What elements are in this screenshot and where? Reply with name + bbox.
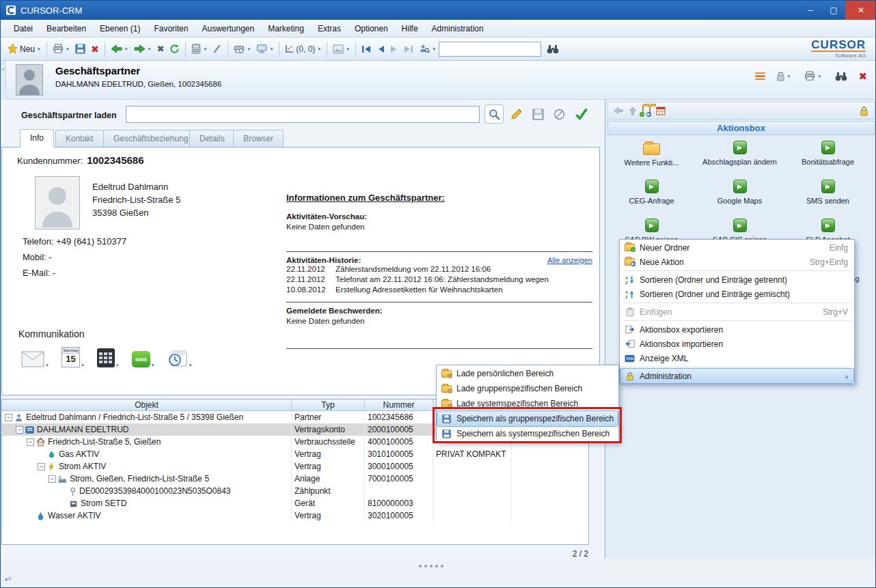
find-button[interactable] — [544, 42, 562, 56]
previous-record-button[interactable] — [374, 43, 387, 55]
calendar-action[interactable]: Samstag 15 ▼ — [61, 347, 85, 367]
tab-geschaeftsbeziehung[interactable]: Geschäftsbeziehung — [103, 130, 198, 147]
aktionsbox-list-button[interactable] — [656, 107, 666, 115]
menu-item-anzeige-xml[interactable]: XML Anzeige XML — [620, 351, 853, 365]
delete-button[interactable]: ✖ — [88, 42, 102, 57]
table-row-strom-vertrag[interactable]: − Strom AKTIV Vertrag 3000100005 — [2, 460, 588, 473]
column-nummer[interactable]: Nummer — [365, 400, 433, 410]
action-sms-senden[interactable]: ▶SMS senden — [784, 176, 872, 215]
new-folder-button[interactable]: + — [642, 106, 644, 115]
menu-item-sortieren-gemischt[interactable]: AZ Sortieren (Ordner und Einträge gemisc… — [620, 287, 853, 301]
print-record-button[interactable]: ▼ — [802, 69, 824, 83]
menu-bearbeiten[interactable]: Bearbeiten — [40, 21, 92, 36]
table-row-anlage[interactable]: − Strom, Gießen, Friedrich-List-Straße 5… — [2, 473, 588, 485]
image-button[interactable]: ▼ — [330, 42, 353, 56]
action-abschlagsplan-aendern[interactable]: ▶Abschlagsplan ändern — [696, 137, 784, 176]
close-record-button[interactable]: ✖ — [858, 70, 867, 83]
tree-expander[interactable]: − — [16, 426, 23, 434]
tools-button[interactable] — [210, 42, 225, 56]
action-weitere-funktionen[interactable]: Weitere Funkti... — [607, 137, 696, 176]
menu-item-lade-system[interactable]: ↓ Lade systemspezifischen Bereich — [437, 396, 618, 411]
next-record-button[interactable] — [387, 43, 401, 55]
cancel-edit-button[interactable]: ✖ — [154, 42, 167, 56]
table-row-gas-vertrag[interactable]: Gas AKTIV Vertrag 3010100005 PRIVAT KOMP… — [2, 448, 588, 460]
menu-item-neue-aktion[interactable]: ▶ Neue AktionStrg+Einfg — [620, 255, 853, 269]
new-action-button[interactable]: ▶ — [649, 106, 651, 115]
print-preview-button[interactable]: ▼ — [231, 42, 254, 56]
tree-expander[interactable]: − — [27, 438, 34, 446]
last-record-button[interactable] — [401, 43, 416, 55]
tree-expander[interactable]: − — [38, 463, 45, 471]
confirm-button[interactable] — [572, 104, 591, 124]
tree-expander[interactable]: − — [49, 475, 56, 483]
column-objekt[interactable]: Objekt — [2, 400, 292, 410]
action-google-maps[interactable]: ▶Google Maps — [696, 176, 784, 215]
table-row-wasser-vertrag[interactable]: Wasser AKTIV Vertrag 3020100005 — [2, 509, 588, 522]
menu-favoriten[interactable]: Favoriten — [148, 21, 194, 36]
menu-hilfe[interactable]: Hilfe — [396, 21, 424, 36]
menu-ebenen[interactable]: Ebenen (1) — [94, 21, 146, 36]
toolbar-search-input[interactable] — [439, 42, 541, 57]
discard-button[interactable] — [549, 104, 569, 124]
history-row[interactable]: 22.11.2012 Telefonat am 22.11.2012 16:06… — [286, 275, 592, 285]
sms-action[interactable]: SMS▼ — [132, 351, 155, 367]
menu-extras[interactable]: Extras — [312, 21, 347, 36]
coordinates-button[interactable]: (0, 0)▼ — [282, 42, 324, 56]
menu-item-einfuegen[interactable]: EinfügenStrg+V — [620, 305, 853, 319]
tab-browser[interactable]: Browser — [233, 130, 284, 147]
lock-record-button[interactable]: ▼ — [774, 69, 794, 83]
email-action[interactable]: ▼ — [21, 351, 49, 367]
tree-expander[interactable]: − — [5, 414, 12, 421]
phone-action[interactable]: ▼ — [97, 348, 120, 367]
menu-item-speichern-gruppe[interactable]: Speichern als gruppenspezifischen Bereic… — [437, 411, 618, 426]
menu-item-sortieren-getrennt[interactable]: AZ Sortieren (Ordner und Einträge getren… — [620, 272, 853, 287]
menu-marketing[interactable]: Marketing — [262, 21, 310, 36]
tab-info[interactable]: Info — [20, 129, 54, 148]
termin-action[interactable]: ▼ — [167, 348, 193, 367]
save-record-button[interactable] — [528, 104, 547, 124]
menu-item-aktionsbox-exportieren[interactable]: Aktionsbox exportieren — [620, 322, 853, 337]
horizontal-splitter-handle[interactable] — [419, 565, 443, 568]
screen-view-button[interactable]: ▼ — [254, 42, 276, 56]
alle-anzeigen-link[interactable]: Alle anzeigen — [547, 256, 592, 264]
menu-item-lade-persoenlich[interactable]: ↓ Lade persönlichen Bereich — [437, 366, 618, 381]
menu-item-administration[interactable]: Administration› — [620, 369, 853, 383]
layout-menu-icon[interactable] — [755, 71, 765, 82]
tab-kontakt[interactable]: Kontakt — [55, 130, 104, 147]
forward-button[interactable]: ▼ — [131, 42, 154, 55]
search-partner-button[interactable] — [484, 104, 504, 124]
action-bonitaetsabfrage[interactable]: ▶Bonitätsabfrage — [784, 137, 872, 176]
aktionsbox-lock-icon[interactable] — [860, 106, 868, 116]
menu-item-lade-gruppe[interactable]: ↓ Lade gruppenspezifischen Bereich — [437, 381, 618, 396]
corner-splitter-handle[interactable]: ▴≡ — [5, 575, 12, 582]
edit-button[interactable] — [507, 104, 526, 124]
aktionsbox-back-button[interactable] — [614, 107, 623, 115]
table-row-geraet[interactable]: Strom SETD Gerät 8100000003 — [2, 497, 588, 509]
new-button[interactable]: Neu▼ — [5, 42, 44, 56]
action-ceg-anfrage[interactable]: ▶CEG-Anfrage — [607, 176, 696, 215]
menu-administration[interactable]: Administration — [426, 21, 490, 36]
table-row-zaehlpunkt[interactable]: DE00029353984000100023N5035O0843 Zählpun… — [2, 485, 588, 497]
menu-optionen[interactable]: Optionen — [348, 21, 394, 36]
refresh-button[interactable] — [167, 42, 182, 56]
history-row[interactable]: 10.08.2012 Erstellung Adressetiketten fü… — [286, 285, 592, 295]
menu-datei[interactable]: Datei — [8, 21, 39, 36]
aktionsbox-up-button[interactable] — [629, 107, 637, 115]
column-typ[interactable]: Typ — [292, 400, 365, 410]
print-button[interactable]: ▼ — [50, 42, 72, 56]
save-button[interactable] — [72, 42, 88, 56]
menu-item-neuer-ordner[interactable]: + Neuer OrdnerEinfg — [620, 240, 853, 255]
close-button[interactable]: ✕ — [845, 1, 876, 20]
menu-item-speichern-system[interactable]: Speichern als systemspezifischen Bereich — [437, 426, 618, 441]
menu-auswertungen[interactable]: Auswertungen — [195, 21, 260, 36]
loader-input[interactable] — [126, 106, 480, 123]
first-record-button[interactable] — [359, 43, 374, 55]
calculator-button[interactable]: ▼ — [189, 42, 210, 56]
minimize-button[interactable]: – — [799, 1, 822, 20]
maximize-button[interactable]: ▢ — [822, 1, 845, 20]
tab-details[interactable]: Details — [189, 130, 235, 147]
menu-item-aktionsbox-importieren[interactable]: Aktionsbox importieren — [620, 337, 853, 351]
person-search-button[interactable]: ▼ — [416, 42, 439, 56]
back-button[interactable]: ▼ — [108, 42, 131, 55]
search-record-button[interactable] — [832, 70, 850, 83]
